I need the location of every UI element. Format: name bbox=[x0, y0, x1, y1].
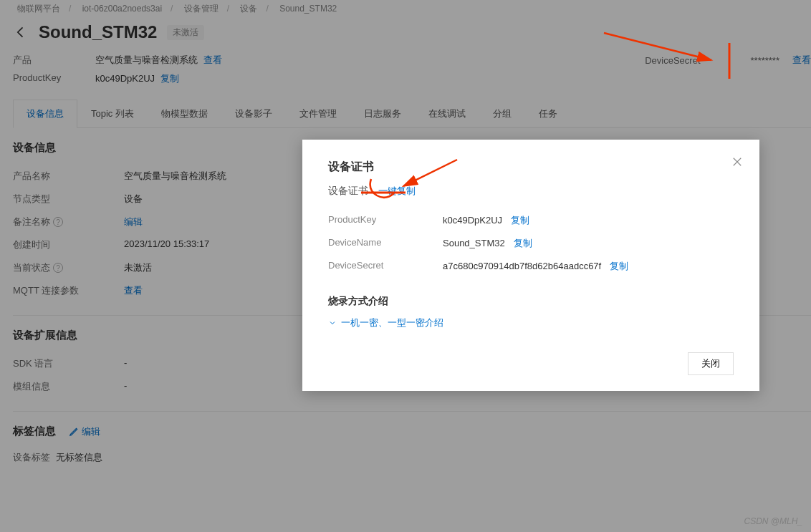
modal-title: 设备证书 bbox=[328, 160, 734, 175]
modal-devicesecret-value: a7c680c970914db7f8d62b64aadcc67f bbox=[443, 261, 601, 271]
modal-devicesecret-copy[interactable]: 复制 bbox=[610, 261, 628, 271]
chevron-down-icon bbox=[328, 319, 337, 327]
modal-devicename-value: Sound_STM32 bbox=[443, 238, 505, 248]
modal-productkey-value: k0c49DpK2UJ bbox=[443, 215, 502, 226]
modal-sublabel: 设备证书 bbox=[328, 185, 368, 198]
copy-all-link[interactable]: 一键复制 bbox=[378, 185, 416, 198]
expand-intro-link[interactable]: 一机一密、一型一密介绍 bbox=[328, 316, 734, 329]
modal-devicesecret-label: DeviceSecret bbox=[328, 260, 443, 273]
close-button[interactable] bbox=[731, 155, 744, 170]
close-modal-button[interactable]: 关闭 bbox=[688, 352, 734, 375]
modal-devicename-copy[interactable]: 复制 bbox=[514, 238, 532, 248]
modal-productkey-label: ProductKey bbox=[328, 214, 443, 227]
burn-title: 烧录方式介绍 bbox=[328, 295, 734, 308]
device-certificate-modal: 设备证书 设备证书 一键复制 ProductKey k0c49DpK2UJ复制 … bbox=[302, 140, 759, 391]
modal-devicename-label: DeviceName bbox=[328, 237, 443, 250]
modal-productkey-copy[interactable]: 复制 bbox=[511, 215, 529, 226]
